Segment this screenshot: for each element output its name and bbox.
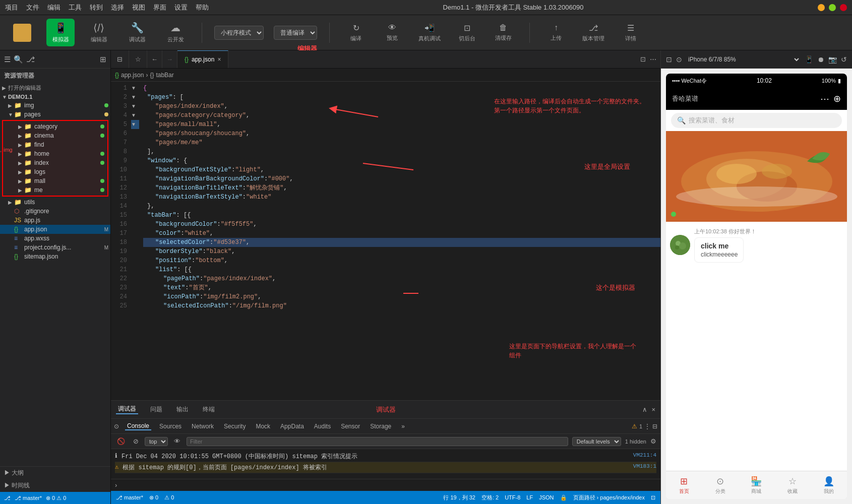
tree-item-img[interactable]: ▶ 📁 img [0, 101, 110, 110]
menu-item-view[interactable]: 视图 [132, 3, 145, 12]
sim-screenshot-icon[interactable]: 📷 [828, 55, 837, 64]
console-tab-network[interactable]: Network [190, 423, 216, 430]
console-eye-icon[interactable]: 👁 [172, 436, 182, 446]
phone-tab-category[interactable]: ⊙ 分类 [702, 476, 739, 495]
phone-tab-mall[interactable]: 🏪 商城 [739, 476, 775, 495]
chat-bubble[interactable]: click me clickmeeeeee [694, 237, 744, 263]
sim-rotate-icon[interactable]: ↺ [841, 55, 847, 64]
tree-item-category[interactable]: ▶ 📁 category [4, 122, 106, 131]
sim-toolbar-icon2[interactable]: ⊙ [676, 55, 682, 64]
tab-app-json[interactable]: {} app.json × [177, 50, 228, 68]
phone-more-icon[interactable]: ⋯ [820, 93, 829, 104]
compile-button[interactable]: ↻ 编译 [342, 20, 370, 45]
mode-select[interactable]: 小程序模式 [214, 26, 264, 40]
search-icon[interactable]: 🔍 [14, 55, 23, 64]
phone-tab-me[interactable]: 👤 我的 [811, 476, 847, 495]
tree-item-index[interactable]: ▶ 📁 index [4, 158, 106, 167]
version-button[interactable]: ⎇ 版本管理 [578, 20, 608, 45]
tab-close-icon[interactable]: × [217, 56, 221, 63]
detail-button[interactable]: ☰ 详情 [617, 20, 645, 45]
console-clear-icon[interactable]: 🚫 [115, 436, 127, 446]
phone-camera-icon[interactable]: ⊕ [833, 93, 841, 104]
debugger-collapse-icon[interactable]: ∧ [642, 406, 647, 413]
nav-forward-icon[interactable]: → [162, 50, 177, 68]
debugger-tab-problems[interactable]: 问题 [148, 405, 164, 414]
console-tab-audits[interactable]: Audits [312, 423, 333, 430]
tree-item-gitignore[interactable]: ▶ ⬡ .gitignore [0, 207, 110, 216]
compile-select[interactable]: 普通编译 [274, 26, 317, 40]
debugger-button[interactable]: 🔧 调试器 [123, 19, 151, 46]
console-tab-appdata[interactable]: AppData [278, 423, 306, 430]
tree-item-find[interactable]: ▶ 📁 find [4, 140, 106, 149]
console-filter-input[interactable] [187, 437, 568, 446]
console-context-select[interactable]: top [145, 437, 168, 446]
preview-button[interactable]: 👁 预览 [378, 20, 406, 45]
tree-item-app-json[interactable]: ▶ {} app.json M [0, 225, 110, 234]
window-close[interactable] [840, 4, 847, 11]
git-icon[interactable]: ⎇ [26, 55, 35, 64]
sim-device-select[interactable]: iPhone 6/7/8 85% [686, 55, 801, 64]
console-tab-mock[interactable]: Mock [254, 423, 272, 430]
console-tab-storage[interactable]: Storage [368, 423, 393, 430]
tree-item-app-js[interactable]: ▶ JS app.js [0, 216, 110, 225]
tree-item-me[interactable]: ▶ 📁 me [4, 185, 106, 195]
outline-section[interactable]: ▶ 大纲 [0, 466, 110, 479]
menu-item-goto[interactable]: 转到 [90, 3, 103, 12]
console-tab-more[interactable]: » [399, 423, 407, 430]
menu-item-project[interactable]: 项目 [5, 3, 18, 12]
debugger-tab-debugger[interactable]: 调试器 [116, 405, 138, 414]
menu-item-interface[interactable]: 界面 [153, 3, 166, 12]
cloud-button[interactable]: ☁ 云开发 [161, 19, 190, 46]
tree-item-project-config[interactable]: ▶ ≡ project.config.js... M [0, 243, 110, 252]
debugger-tab-terminal[interactable]: 终端 [201, 405, 217, 414]
simulator-button[interactable]: 📱 模拟器 [46, 19, 75, 46]
window-maximize[interactable] [829, 4, 836, 11]
sidebar-toggle-icon[interactable]: ⊟ [117, 55, 123, 63]
real-device-button[interactable]: 📲 真机调试 [414, 20, 445, 45]
collapse-icon[interactable]: ⊞ [100, 55, 106, 64]
tree-item-pages[interactable]: ▼ 📁 pages [0, 110, 110, 119]
window-minimize[interactable] [818, 4, 825, 11]
console-levels-select[interactable]: Default levels [572, 437, 621, 446]
menu-item-tools[interactable]: 工具 [69, 3, 82, 12]
nav-back-icon[interactable]: ← [147, 50, 162, 68]
tree-item-sitemap[interactable]: ▶ {} sitemap.json [0, 252, 110, 261]
console-toolbar-icon[interactable]: ⊙ [114, 423, 119, 430]
project-root[interactable]: ▼ DEMO1.1 [0, 93, 110, 101]
menu-item-edit[interactable]: 编辑 [47, 3, 60, 12]
cache-button[interactable]: 🗑 清缓存 [489, 20, 517, 45]
split-icon[interactable]: ⊡ [640, 55, 646, 63]
phone-tab-home[interactable]: ⊞ 首页 [666, 476, 702, 495]
git-branch-label[interactable]: ⎇ master* [15, 495, 42, 501]
console-tab-sources[interactable]: Sources [157, 423, 184, 430]
menu-item-select[interactable]: 选择 [111, 3, 124, 12]
open-editors-section[interactable]: ▶ 打开的编辑器 [0, 83, 110, 93]
menu-item-help[interactable]: 帮助 [196, 3, 209, 12]
sim-record-icon[interactable]: ⏺ [817, 55, 824, 64]
sim-toolbar-icon1[interactable]: ⊡ [666, 55, 672, 64]
code-editor[interactable]: { "pages": [ "pages/index/index", "pages… [139, 82, 660, 400]
timeline-section[interactable]: ▶ 时间线 [0, 479, 110, 492]
console-stop-icon[interactable]: ⊘ [131, 436, 141, 446]
debugger-tab-output[interactable]: 输出 [174, 405, 191, 414]
console-tab-console[interactable]: Console [125, 422, 151, 430]
phone-tab-favorites[interactable]: ☆ 收藏 [774, 476, 811, 495]
tree-item-logs[interactable]: ▶ 📁 logs [4, 167, 106, 176]
console-loc-0[interactable]: VM211:4 [633, 452, 656, 458]
menu-item-settings[interactable]: 设置 [174, 3, 188, 12]
menu-item-file[interactable]: 文件 [26, 3, 39, 12]
console-loc-1[interactable]: VM183:1 [633, 463, 656, 469]
tab-bookmark-icon[interactable]: ☆ [135, 55, 141, 63]
console-tab-sensor[interactable]: Sensor [339, 423, 362, 430]
background-button[interactable]: ⊡ 切后台 [453, 20, 481, 45]
status-git[interactable]: ⎇ master* [116, 494, 143, 501]
console-settings-icon[interactable]: ⚙ [650, 437, 656, 445]
sim-phone-icon[interactable]: 📱 [805, 55, 813, 64]
phone-search-bar[interactable]: 🔍 搜索菜谱、食材 [671, 113, 842, 128]
tree-item-cinema[interactable]: ▶ 📁 cinema [4, 131, 106, 140]
debugger-close-icon[interactable]: × [651, 406, 655, 413]
tree-item-app-wxss[interactable]: ▶ ≡ app.wxss [0, 234, 110, 243]
tree-item-mall[interactable]: ▶ 📁 mall [4, 176, 106, 185]
console-tab-security[interactable]: Security [222, 423, 248, 430]
console-input-field[interactable] [119, 482, 656, 489]
